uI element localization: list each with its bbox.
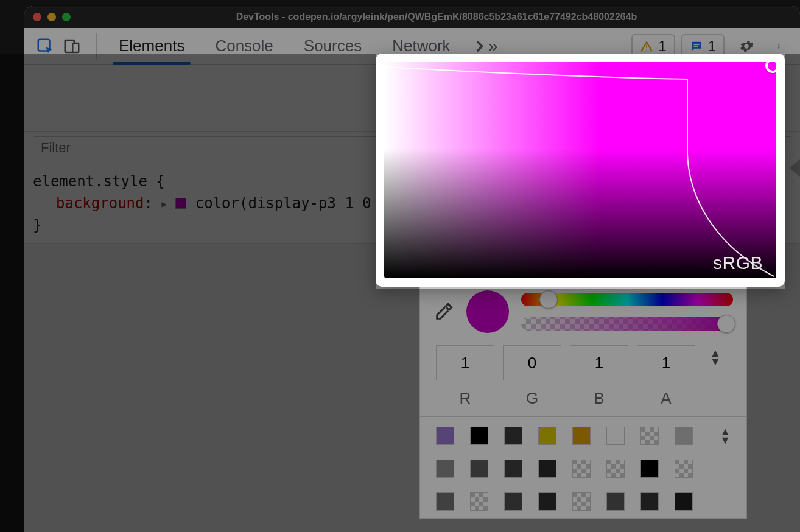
color-spectrum-popover: sRGB <box>376 54 785 287</box>
modal-dim-overlay-lower <box>0 289 800 532</box>
modal-dim-overlay-right <box>785 54 800 289</box>
spectrum-cursor[interactable] <box>765 62 776 73</box>
modal-dim-overlay-left <box>0 54 376 289</box>
gamut-boundary-line <box>384 62 776 278</box>
color-spectrum[interactable]: sRGB <box>384 62 776 278</box>
gamut-label: sRGB <box>713 253 763 273</box>
